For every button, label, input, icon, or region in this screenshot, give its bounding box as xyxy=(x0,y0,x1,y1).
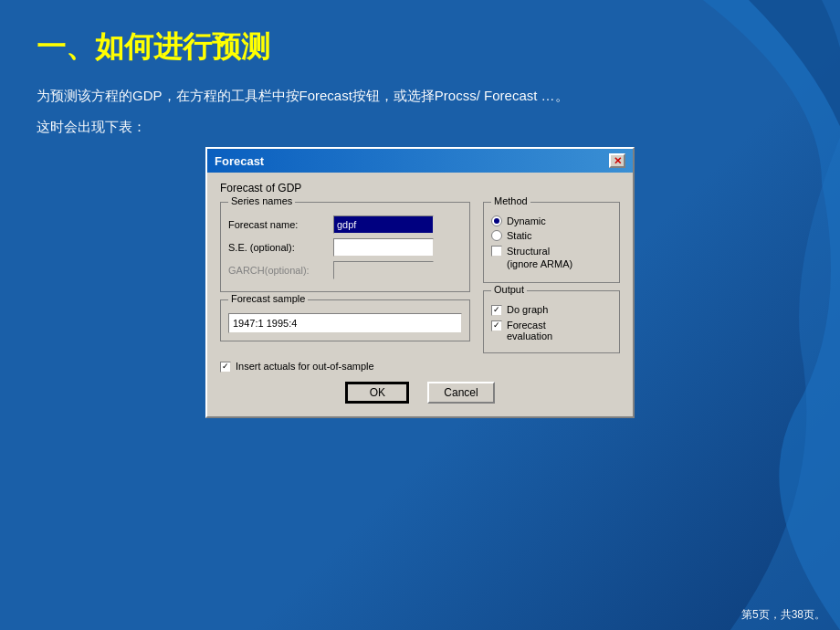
se-row: S.E. (optional): xyxy=(228,238,462,257)
dynamic-radio[interactable] xyxy=(491,215,502,226)
output-group: Output Do graph Forecastevaluation xyxy=(483,290,620,353)
forecast-name-row: Forecast name: xyxy=(228,215,462,234)
dialog-left: Series names Forecast name: S.E. (option… xyxy=(220,202,470,353)
insert-actuals-checkbox[interactable] xyxy=(220,362,231,373)
garch-label: GARCH(optional): xyxy=(228,265,333,276)
dialog-columns: Series names Forecast name: S.E. (option… xyxy=(220,202,620,353)
ok-button[interactable]: OK xyxy=(345,382,409,404)
forecast-name-input[interactable] xyxy=(333,215,434,234)
garch-input xyxy=(333,261,434,279)
cancel-button[interactable]: Cancel xyxy=(427,382,494,404)
page-title: 一、如何进行预测 xyxy=(37,27,803,68)
forecast-name-label: Forecast name: xyxy=(228,219,333,230)
dynamic-label: Dynamic xyxy=(507,215,546,226)
insert-actuals-row[interactable]: Insert actuals for out-of-sample xyxy=(220,361,620,373)
do-graph-checkbox[interactable] xyxy=(491,305,502,316)
dialog-close-button[interactable]: ✕ xyxy=(609,153,625,168)
description-line1: 为预测该方程的GDP，在方程的工具栏中按Forecast按钮，或选择Procss… xyxy=(37,84,803,108)
forecast-eval-label: Forecastevaluation xyxy=(507,320,552,341)
static-label: Static xyxy=(507,230,532,241)
output-label: Output xyxy=(491,284,527,295)
dialog-body: Forecast of GDP Series names Forecast na… xyxy=(207,173,633,416)
se-label: S.E. (optional): xyxy=(228,242,333,253)
dialog-titlebar: Forecast ✕ xyxy=(207,149,633,173)
series-names-label: Series names xyxy=(228,195,295,206)
page-footer: 第5页，共38页。 xyxy=(741,607,825,623)
forecast-sample-group: Forecast sample xyxy=(220,299,470,341)
static-radio[interactable] xyxy=(491,230,502,241)
insert-actuals-label: Insert actuals for out-of-sample xyxy=(236,361,374,372)
forecast-dialog: Forecast ✕ Forecast of GDP Series names … xyxy=(205,147,635,418)
structural-label: Structural(ignore ARMA) xyxy=(507,245,572,271)
method-group: Method Dynamic Static S xyxy=(483,202,620,283)
method-label: Method xyxy=(491,195,530,206)
forecast-eval-checkbox[interactable] xyxy=(491,320,502,331)
forecast-sample-label: Forecast sample xyxy=(228,293,308,304)
structural-checkbox-row[interactable]: Structural(ignore ARMA) xyxy=(491,245,612,271)
do-graph-row[interactable]: Do graph xyxy=(491,304,612,316)
dynamic-radio-row[interactable]: Dynamic xyxy=(491,215,612,226)
static-radio-row[interactable]: Static xyxy=(491,230,612,241)
forecast-of-gdp-label: Forecast of GDP xyxy=(220,182,620,194)
dialog-buttons: OK Cancel xyxy=(220,382,620,404)
dialog-right: Method Dynamic Static S xyxy=(483,202,620,353)
content-area: 一、如何进行预测 为预测该方程的GDP，在方程的工具栏中按Forecast按钮，… xyxy=(0,0,840,630)
forecast-eval-row[interactable]: Forecastevaluation xyxy=(491,320,612,341)
forecast-sample-input[interactable] xyxy=(228,313,462,333)
structural-checkbox[interactable] xyxy=(491,246,502,257)
dialog-overlay: Forecast ✕ Forecast of GDP Series names … xyxy=(37,147,803,418)
description-line2: 这时会出现下表： xyxy=(37,115,803,139)
dialog-title: Forecast xyxy=(215,154,264,168)
garch-row: GARCH(optional): xyxy=(228,261,462,279)
do-graph-label: Do graph xyxy=(507,304,548,315)
series-names-group: Series names Forecast name: S.E. (option… xyxy=(220,202,470,292)
se-input[interactable] xyxy=(333,238,434,257)
